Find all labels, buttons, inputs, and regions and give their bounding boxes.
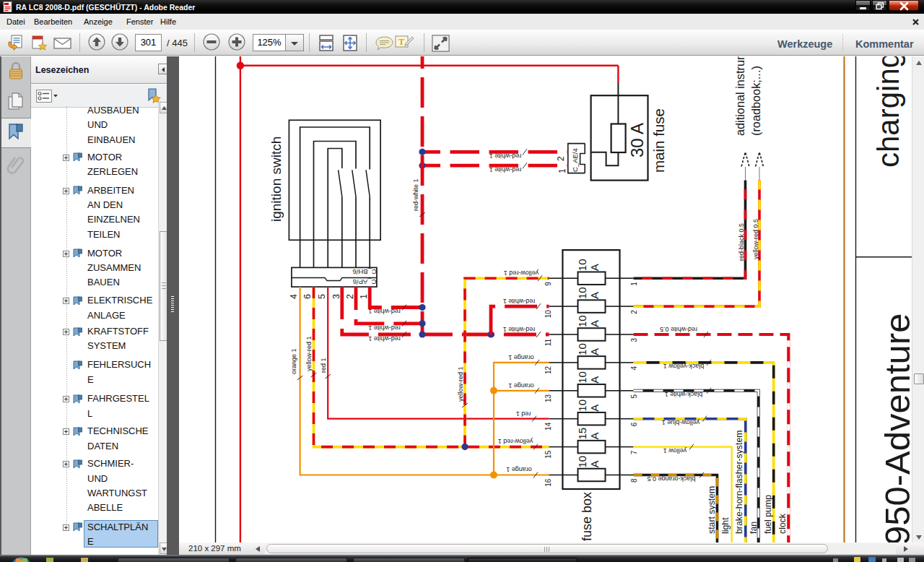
svg-text:3: 3 [630,338,638,342]
svg-text:10: 10 [576,399,588,412]
svg-text:14: 14 [544,422,552,431]
svg-text:red-white 1: red-white 1 [368,335,401,342]
svg-text:10: 10 [576,343,588,355]
svg-text:C_BH/6: C_BH/6 [352,268,376,276]
svg-text:4: 4 [289,294,299,299]
svg-text:2: 2 [630,310,638,314]
svg-text:6: 6 [630,422,638,426]
svg-text:ignition switch: ignition switch [269,137,284,222]
svg-text:A: A [588,320,601,327]
svg-text:orange 1: orange 1 [508,354,534,361]
svg-text:yellow-red 1: yellow-red 1 [457,366,464,402]
svg-text:A: A [588,264,601,271]
svg-text:5: 5 [317,294,327,299]
svg-text:brake-horn-flasher-system: brake-horn-flasher-system [734,430,744,534]
svg-text:A: A [588,348,601,355]
svg-text:5: 5 [630,394,638,398]
svg-text:fuel pump: fuel pump [763,495,773,534]
svg-text:8: 8 [630,478,638,483]
svg-text:C_AP/6: C_AP/6 [353,278,377,286]
svg-text:A: A [588,376,601,384]
svg-text:12: 12 [544,366,552,375]
svg-text:red 1: red 1 [516,410,531,418]
svg-text:10: 10 [576,371,588,384]
svg-text:black-white 1: black-white 1 [665,391,703,398]
svg-text:10: 10 [544,310,552,319]
svg-text:red-white 1: red-white 1 [489,152,522,160]
svg-text:yellow 1: yellow 1 [663,447,687,454]
svg-text:950-Adventure: 950-Adventure [878,314,912,542]
svg-text:orange 1: orange 1 [290,348,297,374]
svg-text:clock: clock [777,513,788,534]
svg-text:30 A: 30 A [627,123,647,157]
svg-text:1: 1 [630,282,638,286]
svg-text:fuse box: fuse box [580,492,594,541]
svg-text:aditional instruments: aditional instruments [733,56,746,136]
svg-text:6: 6 [302,294,313,299]
svg-text:A: A [588,433,601,440]
svg-text:red 1: red 1 [320,358,327,373]
svg-text:start system: start system [707,486,717,534]
svg-text:main fuse: main fuse [650,108,667,173]
svg-text:yellow-red 1: yellow-red 1 [504,269,539,277]
svg-text:A: A [588,405,601,412]
svg-text:red-white 1: red-white 1 [503,326,536,333]
svg-text:11: 11 [544,338,552,346]
svg-text:black-orange 0.5: black-orange 0.5 [647,475,695,483]
svg-text:15: 15 [544,450,552,459]
svg-text:orange 1: orange 1 [506,466,532,473]
svg-text:yellow-red 1: yellow-red 1 [498,438,533,445]
svg-text:orange 1: orange 1 [508,382,534,389]
svg-text:fan: fan [749,522,759,534]
svg-text:(roadbook;...): (roadbook;...) [749,66,762,136]
svg-text:T: T [398,37,404,47]
svg-text:A: A [588,460,601,467]
svg-text:red-white 1: red-white 1 [368,324,401,332]
svg-text:4: 4 [630,366,638,371]
svg-text:charging circuit: charging circuit [871,56,905,168]
svg-text:3: 3 [331,294,341,299]
svg-text:1: 1 [557,168,567,173]
svg-text:black-yellow 1: black-yellow 1 [663,363,705,370]
svg-text:red-black 0.5: red-black 0.5 [738,223,745,261]
svg-text:2: 2 [556,156,566,161]
svg-text:10: 10 [576,315,588,327]
svg-text:light: light [720,517,731,534]
svg-text:2: 2 [345,294,355,299]
svg-text:15: 15 [576,428,588,440]
svg-text:13: 13 [544,394,552,402]
svg-text:10: 10 [576,259,588,272]
svg-text:red-white 1: red-white 1 [489,166,522,173]
svg-text:yellow-red 0.5: yellow-red 0.5 [752,219,759,259]
svg-text:1: 1 [359,294,369,299]
svg-text:red-white 0.5: red-white 0.5 [660,326,697,333]
svg-text:7: 7 [630,450,638,454]
svg-text:A: A [588,292,601,299]
svg-text:red-white 1: red-white 1 [503,298,536,305]
svg-text:red-white 1: red-white 1 [412,178,419,211]
svg-text:red-white 1: red-white 1 [368,308,401,315]
svg-text:10: 10 [576,456,588,468]
svg-text:16: 16 [544,478,552,487]
svg-text:10: 10 [576,287,588,299]
svg-text:9: 9 [544,282,552,286]
svg-text:C_AE/4: C_AE/4 [571,148,579,172]
svg-text:yellow-red 1: yellow-red 1 [305,336,313,371]
svg-text:yellow-blue 1: yellow-blue 1 [662,419,700,426]
